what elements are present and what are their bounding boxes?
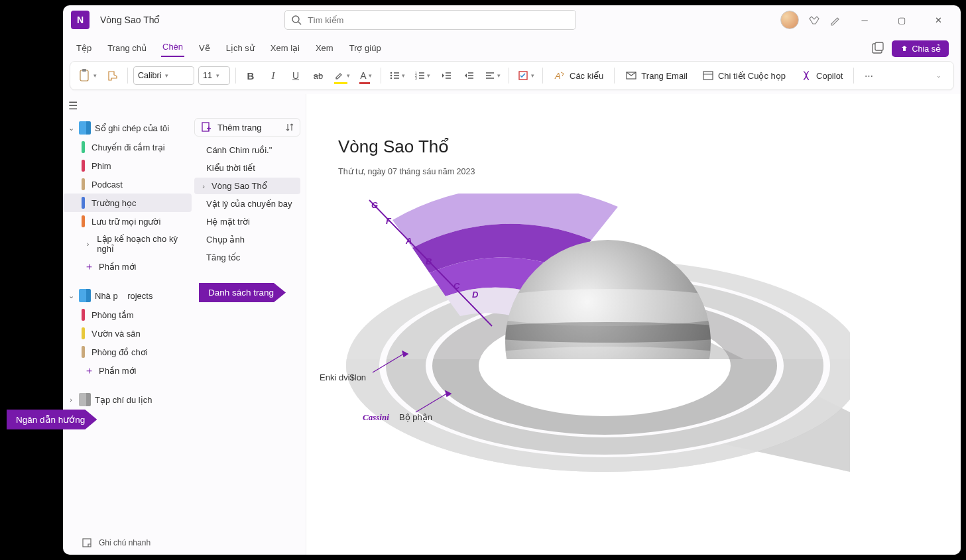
section-item[interactable]: Lưu trữ mọi người (63, 212, 192, 231)
chevron-right-icon: › (67, 396, 75, 404)
new-section-button[interactable]: ＋Phần mới (63, 361, 192, 380)
tab-file[interactable]: Tệp (75, 39, 93, 57)
notebook-header[interactable]: ⌄ Nhà p rojects (63, 286, 192, 306)
paste-button[interactable]: ▾ (76, 66, 99, 85)
section-item[interactable]: Phòng đồ chơi (63, 343, 192, 361)
ring-label-d: D (472, 290, 478, 300)
close-button[interactable]: ✕ (925, 10, 953, 30)
notebook-name: Sổ ghi chép của tôi (95, 123, 169, 133)
section-item[interactable]: Phòng tắm (63, 306, 192, 324)
feed-icon[interactable] (871, 42, 885, 56)
section-item[interactable]: Podcast (63, 175, 192, 194)
calendar-icon (702, 70, 714, 82)
section-item[interactable]: Trường học (63, 194, 192, 212)
tab-help[interactable]: Trợ giúp (348, 39, 383, 57)
search-input[interactable] (284, 10, 576, 30)
page-item[interactable]: Hệ mặt trời (194, 213, 300, 230)
font-size-combo[interactable]: 11▾ (198, 66, 230, 85)
hamburger-icon[interactable]: ☰ (68, 99, 78, 112)
share-button[interactable]: Chia sẻ (892, 40, 949, 57)
tab-review[interactable]: Xem lại (269, 39, 301, 57)
tab-insert[interactable]: Chèn (161, 38, 184, 57)
new-section-button[interactable]: ＋Phần mới (63, 257, 192, 276)
chevron-down-icon: ⌄ (67, 292, 75, 300)
quick-note-button[interactable]: Ghi chú nhanh (82, 537, 151, 548)
notebook-header[interactable]: ⌄ Sổ ghi chép của tôi (63, 118, 192, 138)
copilot-button[interactable]: Copilot (795, 66, 848, 85)
ring-label-c: C (453, 281, 459, 291)
font-color-button[interactable]: A▾ (357, 66, 375, 85)
tag-button[interactable]: ▾ (514, 66, 537, 85)
share-label: Chia sẻ (912, 44, 941, 54)
page-title[interactable]: Vòng Sao Thổ (338, 137, 961, 157)
italic-button[interactable]: I (264, 66, 282, 85)
section-group[interactable]: ›Lập kế hoạch cho kỳ nghỉ (63, 231, 192, 257)
svg-rect-3 (875, 42, 883, 50)
section-color-mark (82, 141, 85, 153)
section-item[interactable]: Chuyến đi cắm trại (63, 138, 192, 156)
highlight-button[interactable]: ▾ (332, 66, 353, 85)
svg-point-7 (391, 75, 392, 77)
svg-rect-5 (82, 69, 86, 72)
page-item[interactable]: Kiểu thời tiết (194, 160, 300, 176)
svg-line-50 (416, 392, 449, 412)
tab-view[interactable]: Xem (314, 39, 335, 57)
chevron-down-icon: ⌄ (67, 124, 75, 133)
title-bar: N Vòng Sao Thổ ─ ▢ ✕ (63, 5, 961, 34)
page-item[interactable]: Vật lý của chuyến bay (194, 196, 300, 212)
tab-history[interactable]: Lịch sử (225, 39, 256, 57)
maximize-button[interactable]: ▢ (888, 10, 916, 30)
section-color-mark (82, 327, 85, 339)
svg-text:A: A (554, 71, 561, 81)
tab-draw[interactable]: Vẽ (198, 39, 211, 57)
add-page-icon (200, 121, 212, 133)
share-icon (900, 44, 909, 54)
page-canvas[interactable]: Vòng Sao Thổ Thứ tư, ngày 07 tháng sáu n… (306, 94, 961, 555)
pen-icon[interactable] (829, 14, 841, 26)
styles-button[interactable]: ACác kiểu (548, 66, 609, 85)
cassini-label: Bộ phận (399, 412, 432, 422)
svg-text:3: 3 (415, 76, 417, 80)
add-page-button[interactable]: Thêm trang (194, 118, 300, 137)
navigation-pane: ⌄ Sổ ghi chép của tôi Chuyến đi cắm trại… (63, 94, 192, 555)
align-button[interactable]: ▾ (482, 66, 503, 85)
underline-button[interactable]: U (286, 66, 305, 85)
page-item[interactable]: ›Vòng Sao Thổ (194, 178, 300, 194)
ring-label-a: A (406, 236, 412, 246)
tab-home[interactable]: Trang chủ (106, 39, 148, 57)
format-painter-button[interactable] (103, 66, 122, 85)
bold-button[interactable]: B (241, 66, 260, 85)
svg-rect-51 (83, 539, 91, 547)
meeting-details-button[interactable]: Chi tiết Cuộc họp (697, 66, 791, 85)
page-date: Thứ tư, ngày 07 tháng sáu năm 2023 (338, 166, 961, 176)
premium-icon[interactable] (808, 14, 820, 26)
svg-point-48 (479, 315, 731, 416)
svg-line-1 (298, 22, 301, 25)
svg-rect-4 (80, 70, 88, 81)
page-item[interactable]: Tăng tốc (194, 249, 300, 266)
more-commands-button[interactable]: ⋯ (859, 66, 878, 85)
quick-note-label: Ghi chú nhanh (99, 538, 151, 547)
svg-line-49 (373, 353, 406, 372)
outdent-button[interactable] (437, 66, 455, 85)
minimize-button[interactable]: ─ (851, 10, 878, 30)
indent-button[interactable] (459, 66, 478, 85)
strikethrough-button[interactable]: ab (309, 66, 328, 85)
app-window: N Vòng Sao Thổ ─ ▢ ✕ Tệp Trang chủ Chèn … (63, 5, 961, 555)
section-item[interactable]: Vườn và sân (63, 324, 192, 343)
page-item[interactable]: Chụp ảnh (194, 231, 300, 248)
bullet-list-button[interactable]: ▾ (387, 66, 408, 85)
font-name-combo[interactable]: Calibri▾ (133, 66, 194, 85)
styles-icon: A (554, 70, 566, 82)
email-page-button[interactable]: Trang Email (620, 66, 693, 85)
collapse-ribbon-button[interactable]: ⌄ (930, 66, 948, 85)
notebook-header[interactable]: › Tạp chí du lịch (63, 390, 192, 410)
svg-point-0 (292, 16, 299, 23)
section-item[interactable]: Phim (63, 156, 192, 175)
sort-icon[interactable] (285, 123, 294, 132)
callout-nav-pane: Ngăn dẫn hướng (7, 410, 97, 429)
chevron-right-icon: › (200, 182, 208, 190)
page-item[interactable]: Cánh Chim ruồi." (194, 142, 300, 158)
number-list-button[interactable]: 123▾ (412, 66, 433, 85)
user-avatar[interactable] (780, 11, 799, 29)
